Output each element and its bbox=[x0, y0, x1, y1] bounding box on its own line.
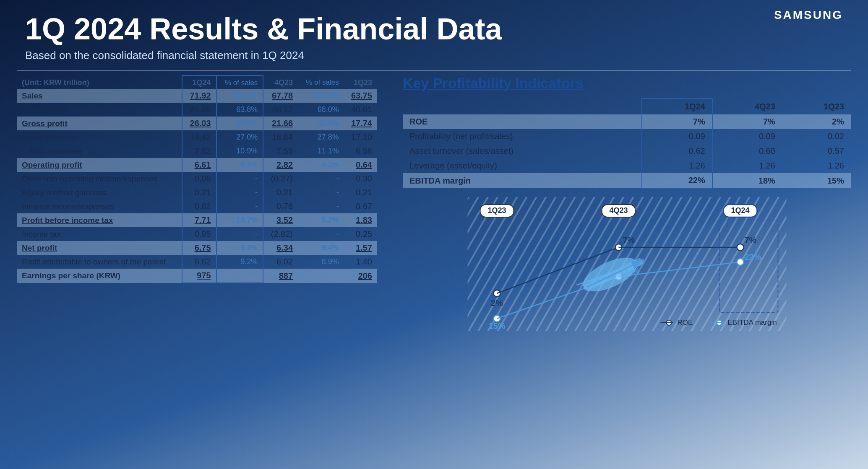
row-v2: 2.82 bbox=[263, 158, 298, 172]
row-p1: 27.0% bbox=[216, 130, 263, 144]
kpi-col-1q24: 1Q24 bbox=[642, 98, 712, 114]
kpi-row: Leverage (asset/equity) 1.26 1.26 1.26 bbox=[403, 158, 851, 173]
row-p1: 9.2% bbox=[216, 255, 263, 269]
row-v2: 18.84 bbox=[263, 130, 298, 144]
kpi-row-v1: 7% bbox=[642, 114, 712, 129]
row-v1: 975 bbox=[182, 269, 216, 283]
kpi-header-row: 1Q24 4Q23 1Q23 bbox=[403, 98, 851, 114]
table-row: Sales 71.92 100.0% 67.78 100.0% 63.75 bbox=[17, 89, 377, 103]
kpi-col-4q23: 4Q23 bbox=[712, 98, 782, 114]
kpi-col-1q23: 1Q23 bbox=[782, 98, 851, 114]
table-row: Profit attributable to owners of the par… bbox=[17, 255, 377, 269]
kpi-row: ROE 7% 7% 2% bbox=[403, 114, 851, 129]
table-row: Gross profit 26.03 36.2% 21.66 32.0% 17.… bbox=[17, 117, 377, 130]
kpi-row-v1: 0.09 bbox=[642, 129, 712, 144]
row-label: R&D expenses bbox=[17, 144, 182, 158]
row-p2: 32.0% bbox=[298, 117, 344, 130]
table-row: Net profit 6.75 9.4% 6.34 9.4% 1.57 bbox=[17, 241, 377, 255]
svg-point-21 bbox=[737, 259, 744, 265]
row-v2: 0.21 bbox=[263, 186, 298, 200]
row-p1: 10.7% bbox=[216, 213, 263, 227]
table-row: Profit before income tax 7.71 10.7% 3.52… bbox=[17, 213, 377, 227]
svg-text:1Q23: 1Q23 bbox=[487, 206, 506, 215]
kpi-row-v1: 1.26 bbox=[642, 158, 712, 173]
table-row: Equity method gain/loss 0.21 - 0.21 - 0.… bbox=[17, 186, 377, 200]
table-row: Earnings per share (KRW) 975 887 206 bbox=[17, 269, 377, 283]
kpi-row-v3: 0.57 bbox=[782, 144, 851, 158]
row-v1: 6.75 bbox=[182, 241, 216, 255]
row-v3: 0.21 bbox=[344, 186, 377, 200]
unit-label: (Unit: KRW trillion) bbox=[17, 75, 182, 89]
row-p2: 9.4% bbox=[298, 241, 344, 255]
kpi-row-v2: 7% bbox=[712, 114, 782, 129]
kpi-col-label bbox=[403, 98, 642, 114]
kpi-row-v3: 15% bbox=[782, 173, 851, 188]
table-row: Income tax 0.95 - (2.82) - 0.25 bbox=[17, 227, 377, 241]
samsung-logo: SAMSUNG bbox=[774, 8, 843, 22]
row-v1: 7.71 bbox=[182, 213, 216, 227]
row-label: Net profit bbox=[17, 241, 182, 255]
row-label: Operating profit bbox=[17, 158, 182, 172]
row-label: Profit attributable to owners of the par… bbox=[17, 255, 182, 269]
row-p1: 63.8% bbox=[216, 103, 263, 117]
row-p2: 27.8% bbox=[298, 130, 344, 144]
row-v1: 71.92 bbox=[182, 89, 216, 103]
row-v3: 1.57 bbox=[344, 241, 377, 255]
svg-text:EBITDA margin: EBITDA margin bbox=[728, 319, 777, 326]
row-p2: 11.1% bbox=[298, 144, 344, 158]
col-1q24: 1Q24 bbox=[182, 75, 216, 89]
row-label: Finance income/expenses bbox=[17, 200, 182, 213]
financial-table: (Unit: KRW trillion) 1Q24 % of sales 4Q2… bbox=[17, 75, 378, 283]
row-p2: - bbox=[298, 227, 344, 241]
chart-area: 1Q23 4Q23 1Q24 2% 7% 7% bbox=[403, 197, 851, 331]
row-v3: 1.83 bbox=[344, 213, 377, 227]
row-label: Cost of sales bbox=[17, 103, 182, 117]
col-4q23: 4Q23 bbox=[263, 75, 298, 89]
kpi-title: Key Profitability Indicators bbox=[403, 75, 851, 91]
row-p2: 8.9% bbox=[298, 255, 344, 269]
row-v1: 0.95 bbox=[182, 227, 216, 241]
row-v3: 6.58 bbox=[344, 144, 377, 158]
row-label: Equity method gain/loss bbox=[17, 186, 182, 200]
row-label: Sales bbox=[17, 89, 182, 103]
kpi-section: Key Profitability Indicators 1Q24 4Q23 1… bbox=[403, 75, 851, 331]
row-v3: 17.10 bbox=[344, 130, 377, 144]
row-label: Other non-operating income/expenses bbox=[17, 172, 182, 186]
row-label: Income tax bbox=[17, 227, 182, 241]
row-p2: - bbox=[298, 200, 344, 213]
col-pct-sales-1: % of sales bbox=[216, 75, 263, 89]
svg-text:1Q24: 1Q24 bbox=[731, 206, 749, 215]
kpi-row-v1: 0.62 bbox=[642, 144, 712, 158]
chart-svg: 1Q23 4Q23 1Q24 2% 7% 7% bbox=[403, 197, 851, 331]
svg-text:7%: 7% bbox=[623, 236, 635, 245]
svg-point-13 bbox=[737, 244, 744, 251]
kpi-row-v2: 0.09 bbox=[712, 129, 782, 144]
row-v3: 0.25 bbox=[344, 227, 377, 241]
row-v2: 46.12 bbox=[263, 103, 298, 117]
row-v3: 0.67 bbox=[344, 200, 377, 213]
col-1q23: 1Q23 bbox=[344, 75, 377, 89]
kpi-row-v2: 18% bbox=[712, 173, 782, 188]
row-p1 bbox=[216, 269, 263, 283]
row-v2: (0.27) bbox=[263, 172, 298, 186]
row-v3: 1.40 bbox=[344, 255, 377, 269]
row-p1: 9.4% bbox=[216, 241, 263, 255]
table-row: SG&A expenses 19.42 27.0% 18.84 27.8% 17… bbox=[17, 130, 377, 144]
row-p1: 9.2% bbox=[216, 158, 263, 172]
row-label: Profit before income tax bbox=[17, 213, 182, 227]
row-v2: 67.78 bbox=[263, 89, 298, 103]
kpi-row-v1: 22% bbox=[642, 173, 712, 188]
kpi-row: EBITDA margin 22% 18% 15% bbox=[403, 173, 851, 188]
kpi-row-label: Leverage (asset/equity) bbox=[403, 158, 642, 173]
svg-text:ROE: ROE bbox=[678, 319, 693, 326]
row-p2 bbox=[298, 269, 344, 283]
table-row: R&D expenses 7.82 10.9% 7.55 11.1% 6.58 bbox=[17, 144, 377, 158]
row-v3: 0.64 bbox=[344, 158, 377, 172]
row-v3: 0.30 bbox=[344, 172, 377, 186]
kpi-tbody: ROE 7% 7% 2% Profitability (net profit/s… bbox=[403, 114, 851, 188]
page-title: 1Q 2024 Results & Financial Data bbox=[25, 13, 843, 46]
row-v1: 6.61 bbox=[182, 158, 216, 172]
row-v2: (2.82) bbox=[263, 227, 298, 241]
row-v1: 0.06 bbox=[182, 172, 216, 186]
row-v3: 63.75 bbox=[344, 89, 377, 103]
